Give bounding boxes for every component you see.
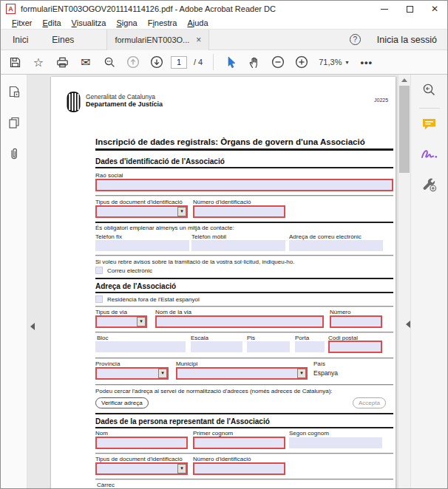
rao-social-label: Raó social xyxy=(95,172,123,179)
chevron-down-icon: ▾ xyxy=(345,59,348,66)
primer-cognom-input[interactable] xyxy=(193,437,285,449)
bloc-input[interactable] xyxy=(95,341,186,352)
carrec-label: Càrrec xyxy=(97,482,115,488)
save-icon[interactable] xyxy=(5,52,24,72)
fill-and-sign-icon[interactable] xyxy=(421,148,438,163)
tab-eines[interactable]: Eines xyxy=(40,30,86,50)
tab-close-icon[interactable]: × xyxy=(196,35,201,45)
tipus-doc-label: Tipus de document d'identificació xyxy=(95,199,183,205)
correu-electronic-checkbox[interactable] xyxy=(95,267,103,274)
row-separator xyxy=(95,306,393,307)
dropdown-arrow-icon[interactable]: ▾ xyxy=(158,369,167,378)
nom-via-input[interactable] xyxy=(155,315,324,328)
correu-electronic-label: Correu electrònic xyxy=(107,267,152,274)
accepta-button[interactable]: Accepta xyxy=(353,397,386,408)
dropdown-arrow-icon[interactable]: ▾ xyxy=(177,207,186,216)
menu-edita[interactable]: Edita xyxy=(38,18,67,27)
more-tools-wrench-icon[interactable] xyxy=(421,177,437,195)
previous-page-icon[interactable] xyxy=(123,52,143,72)
row-separator xyxy=(95,384,393,385)
porta-input[interactable] xyxy=(295,341,325,352)
tab-inici[interactable]: Inici xyxy=(1,30,40,50)
num-id-input[interactable] xyxy=(193,205,285,218)
nom-input[interactable] xyxy=(95,437,188,449)
sign-in-button[interactable]: Inicia la sessió xyxy=(377,35,437,45)
numero-label: Número xyxy=(330,309,350,315)
next-page-icon[interactable] xyxy=(147,52,166,72)
search-icon[interactable] xyxy=(100,52,119,72)
segon-cognom-input[interactable] xyxy=(289,437,382,448)
dropdown-arrow-icon[interactable]: ▾ xyxy=(137,317,146,326)
email-label: Adreça de correu electrònic xyxy=(289,233,362,240)
menu-signa[interactable]: Signa xyxy=(112,18,143,27)
minimize-button[interactable] xyxy=(372,1,397,17)
numero-input[interactable] xyxy=(330,315,382,328)
menu-visualitza[interactable]: Visualitza xyxy=(67,18,112,27)
print-icon[interactable] xyxy=(52,52,72,72)
municipi-select[interactable]: ▾ xyxy=(176,367,308,380)
menu-finestra[interactable]: Finestra xyxy=(143,18,183,27)
section2-header: Adreça de l'Associació xyxy=(95,282,176,290)
tel-mobil-label: Telèfon mòbil xyxy=(191,233,226,240)
dropdown-arrow-icon[interactable]: ▾ xyxy=(297,369,306,378)
tipus-via-select[interactable]: ▾ xyxy=(95,315,147,328)
pis-input[interactable] xyxy=(247,341,290,352)
vertical-scrollbar[interactable] xyxy=(398,75,410,489)
scrollbar-thumb[interactable] xyxy=(399,86,410,173)
tab-bar: Inici Eines formulariENT003O... × ? Inic… xyxy=(1,30,447,50)
tipus-doc2-label: Tipus de document d'identificació xyxy=(95,456,183,462)
page-number-input[interactable]: 1 xyxy=(171,56,187,69)
close-button[interactable]: ✕ xyxy=(422,1,447,17)
maximize-button[interactable] xyxy=(397,1,422,17)
bloc-label: Bloc xyxy=(97,335,109,341)
tipus-doc2-select[interactable]: ▾ xyxy=(95,462,188,475)
document-title: Inscripció de dades registrals: Òrgans d… xyxy=(95,137,365,146)
zoom-out-icon[interactable] xyxy=(268,52,288,72)
scroll-up-arrow[interactable] xyxy=(401,78,407,82)
zoom-in-icon[interactable] xyxy=(292,52,311,72)
zoom-level-dropdown[interactable]: 71,3% ▾ xyxy=(316,58,351,66)
menu-bar: FitxerEditaVisualitzaSignaFinestraAjuda xyxy=(1,17,447,30)
escala-input[interactable] xyxy=(191,341,242,352)
bookmarks-pages-icon[interactable] xyxy=(7,116,21,132)
marquee-zoom-icon[interactable] xyxy=(421,82,437,100)
menu-fitxer[interactable]: Fitxer xyxy=(7,18,38,27)
row-separator xyxy=(95,195,393,196)
rao-social-input[interactable] xyxy=(95,179,393,191)
content-area: Generalitat de Catalunya Departament de … xyxy=(1,75,447,489)
tel-fix-input[interactable] xyxy=(95,240,189,251)
residencia-label: Residència fora de l'Estat espanyol xyxy=(107,296,200,303)
email-icon[interactable]: ✉ xyxy=(76,52,95,72)
favorites-star-icon[interactable]: ☆ xyxy=(29,52,48,72)
menu-ajuda[interactable]: Ajuda xyxy=(182,18,213,27)
tab-document[interactable]: formulariENT003O... × xyxy=(106,30,209,50)
generalitat-logo xyxy=(66,91,81,113)
select-tool-icon[interactable] xyxy=(221,52,240,72)
dropdown-arrow-icon[interactable]: ▾ xyxy=(177,464,186,473)
expand-tools-pane-arrow[interactable] xyxy=(406,321,410,328)
org-name-line1: Generalitat de Catalunya xyxy=(86,93,155,100)
section1-underline xyxy=(95,167,393,168)
help-icon[interactable]: ? xyxy=(350,34,361,45)
previous-page-side-arrow[interactable] xyxy=(30,323,35,330)
email-input[interactable] xyxy=(289,240,383,251)
close-icon: ✕ xyxy=(431,4,438,14)
porta-label: Porta xyxy=(295,335,309,341)
residencia-checkbox[interactable] xyxy=(95,295,103,303)
section1-header: Dades d'identificació de l'Associació xyxy=(95,157,225,165)
page-thumbnails-icon[interactable] xyxy=(7,85,21,101)
num-id2-input[interactable] xyxy=(193,462,285,475)
contact-note: És obligatori emplenar almenys un mitjà … xyxy=(95,225,234,231)
provincia-select[interactable]: ▾ xyxy=(95,367,169,380)
tel-mobil-input[interactable] xyxy=(191,240,285,251)
tipus-doc-select[interactable]: ▾ xyxy=(95,205,188,218)
verificar-adreca-button[interactable]: Verificar adreça xyxy=(95,397,149,408)
block-separator xyxy=(95,413,393,414)
more-tools-icon[interactable]: ••• xyxy=(356,57,377,68)
tools-divider xyxy=(419,108,440,109)
attachments-paperclip-icon[interactable] xyxy=(8,147,20,163)
codi-postal-input[interactable] xyxy=(328,341,382,353)
hand-tool-icon[interactable] xyxy=(245,52,264,72)
row-separator xyxy=(95,332,393,332)
comment-icon[interactable] xyxy=(421,117,437,134)
